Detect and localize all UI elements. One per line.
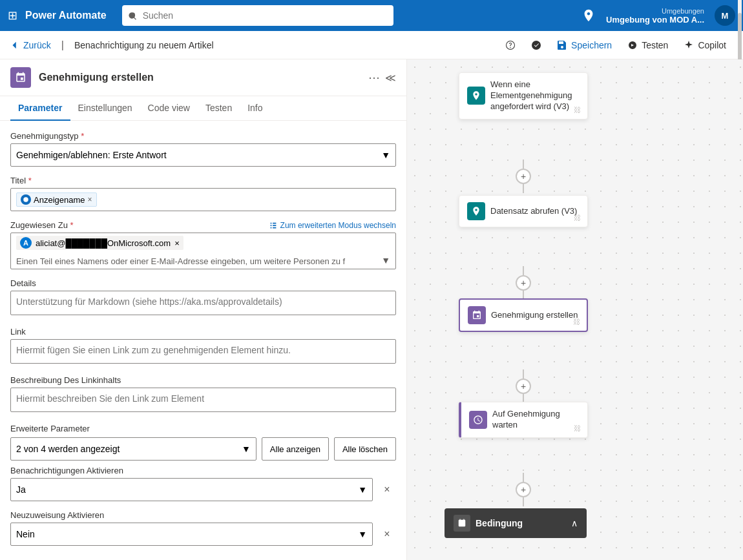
approval-type-select[interactable]: Genehmigen/ablehnen: Erste Antwort ▼: [10, 143, 396, 167]
flow-node-wait[interactable]: Auf Genehmigung warten ⛓: [459, 402, 588, 438]
approval-node-icon: [468, 306, 486, 324]
switch-mode-icon: [269, 221, 278, 230]
environment-icon: [581, 8, 596, 23]
assignee-dropdown[interactable]: ▼: [381, 255, 390, 265]
details-input[interactable]: [10, 291, 396, 315]
collapse-button[interactable]: ≪: [385, 72, 396, 84]
approval-icon-svg: [472, 310, 482, 320]
tab-testen[interactable]: Testen: [198, 96, 240, 121]
save-button[interactable]: Speichern: [550, 36, 618, 54]
copilot-button[interactable]: Copilot: [677, 36, 733, 54]
search-icon: [129, 11, 138, 20]
connector-4: +: [516, 473, 531, 506]
save-icon: [557, 40, 567, 50]
add-step-1[interactable]: +: [516, 169, 531, 184]
nav-right: Umgebungen Umgebung von MOD A... M: [581, 5, 735, 26]
search-input[interactable]: [143, 10, 387, 21]
condition-chevron-icon: ∧: [571, 518, 578, 528]
condition-icon-svg: [457, 519, 466, 528]
link-group: Link: [10, 327, 396, 366]
tab-codeview[interactable]: Code view: [140, 96, 198, 121]
notif-group: Benachrichtigungen Aktivieren Ja ▼ ×: [10, 466, 396, 501]
approval-node-title: Genehmigung erstellen: [491, 310, 578, 321]
environment-block: Umgebungen Umgebung von MOD A...: [606, 7, 704, 25]
connector-1: +: [516, 160, 531, 193]
assignee-label: Zugewiesen Zu *: [10, 220, 74, 230]
condition-title: Bedingung: [476, 518, 523, 528]
reassign-select[interactable]: Nein ▼: [10, 523, 373, 546]
user-avatar[interactable]: M: [715, 5, 735, 26]
notif-select[interactable]: Ja ▼: [10, 478, 373, 501]
right-actions: Speichern Testen Copilot: [499, 36, 733, 54]
title-token: Anzeigename ×: [16, 192, 97, 207]
notif-clear-button[interactable]: ×: [378, 481, 396, 499]
back-icon: [10, 41, 19, 50]
token-icon: [21, 194, 31, 205]
top-nav: ⊞ Power Automate Umgebungen Umgebung von…: [0, 0, 743, 31]
link-label: Link: [10, 327, 396, 337]
save-label: Speichern: [571, 40, 612, 50]
sub-nav: Zurück | Benachrichtigung zu neuem Artik…: [0, 31, 743, 59]
check-icon: [531, 40, 541, 50]
tab-parameter[interactable]: Parameter: [10, 96, 70, 121]
get-record-link-icon: ⛓: [574, 214, 581, 222]
tabs: Parameter Einstellungen Code view Testen…: [0, 96, 406, 121]
title-group: Titel * Anzeigename ×: [10, 176, 396, 211]
switch-mode-button[interactable]: Zum erweiterten Modus wechseln: [269, 221, 396, 230]
check-button[interactable]: [525, 36, 548, 54]
main-area: Genehmigung erstellen ⋯ ≪ Parameter Eins…: [0, 59, 743, 560]
expanded-select[interactable]: 2 von 4 werden angezeigt ▼: [10, 437, 256, 461]
details-group: Details: [10, 278, 396, 318]
wait-node-icon: [469, 411, 487, 429]
link-input[interactable]: [10, 339, 396, 364]
show-all-button[interactable]: Alle anzeigen: [262, 437, 329, 461]
wait-icon-svg: [473, 415, 483, 425]
assignee-remove[interactable]: ×: [174, 238, 180, 248]
wait-link-icon: ⛓: [574, 424, 581, 432]
token-remove[interactable]: ×: [88, 195, 92, 204]
add-step-3[interactable]: +: [516, 379, 531, 394]
reassign-clear-button[interactable]: ×: [378, 525, 396, 543]
link-desc-input[interactable]: [10, 388, 396, 412]
search-bar[interactable]: [122, 5, 393, 26]
approval-type-label: Genehmigungstyp *: [10, 131, 396, 141]
svg-point-0: [23, 197, 28, 202]
clear-all-button[interactable]: Alle löschen: [334, 437, 396, 461]
title-field[interactable]: Anzeigename ×: [10, 188, 396, 211]
approval-icon: [15, 72, 26, 83]
flow-canvas-area: Wenn eine Elementgenehmigung angefordert…: [407, 59, 743, 560]
condition-block[interactable]: Bedingung ∧: [445, 508, 587, 538]
flow-node-approval[interactable]: Genehmigung erstellen ⛓: [459, 298, 588, 332]
expanded-params-label: Erweiterte Parameter: [10, 424, 396, 433]
assignee-icon: A: [20, 237, 32, 249]
feedback-icon: [505, 40, 516, 50]
copilot-label: Copilot: [698, 40, 726, 50]
add-step-2[interactable]: +: [516, 275, 531, 291]
get-record-node-icon: [467, 202, 485, 220]
panel-title: Genehmigung erstellen: [39, 72, 368, 83]
link-desc-label: Beschreibung Des Linkinhalts: [10, 375, 396, 385]
tab-einstellungen[interactable]: Einstellungen: [70, 96, 140, 121]
trigger-node-title: Wenn eine Elementgenehmigung angefordert…: [490, 79, 580, 112]
title-label: Titel *: [10, 176, 396, 185]
test-icon: [627, 40, 638, 50]
assignee-tag: A aliciat@███████OnMicrosoft.com ×: [16, 236, 183, 250]
flow-node-get-record[interactable]: Datensatz abrufen (V3) ⛓: [459, 195, 588, 227]
feedback-button[interactable]: [499, 36, 522, 54]
wait-node-title: Auf Genehmigung warten: [492, 409, 580, 431]
flow-canvas: Wenn eine Elementgenehmigung angefordert…: [407, 59, 743, 560]
back-label: Zurück: [23, 40, 51, 50]
app-title: Power Automate: [25, 10, 107, 21]
trigger-link-icon: ⛓: [574, 106, 581, 114]
assignee-field[interactable]: A aliciat@███████OnMicrosoft.com × Einen…: [10, 233, 396, 269]
grid-icon[interactable]: ⊞: [8, 8, 17, 23]
add-step-4[interactable]: +: [516, 482, 531, 497]
breadcrumb: Benachrichtigung zu neuem Artikel: [74, 40, 214, 50]
kebab-menu[interactable]: ⋯: [368, 70, 380, 85]
environment-label: Umgebungen: [606, 7, 704, 15]
back-button[interactable]: Zurück: [10, 40, 51, 50]
approval-link-icon: ⛓: [573, 318, 580, 326]
flow-node-trigger[interactable]: Wenn eine Elementgenehmigung angefordert…: [459, 72, 588, 119]
tab-info[interactable]: Info: [240, 96, 270, 121]
test-button[interactable]: Testen: [621, 36, 675, 54]
